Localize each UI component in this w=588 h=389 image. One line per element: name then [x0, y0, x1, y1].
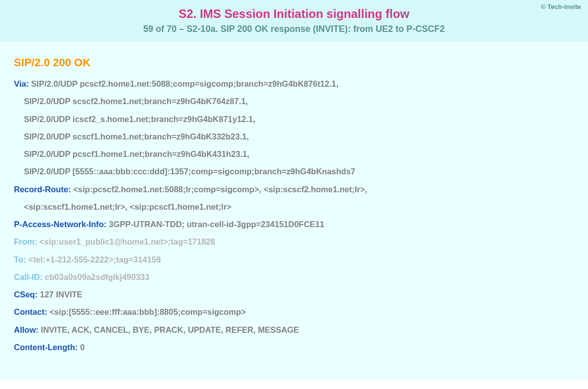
via-continuation-6: SIP/2.0/UDP [5555::aaa:bbb:ccc:ddd]:1357… — [14, 166, 574, 177]
sip-status-line: SIP/2.0 200 OK — [14, 56, 574, 69]
from-value: <sip:user1_public1@home1.net>;tag=171828 — [39, 237, 215, 246]
via-value-5: SIP/2.0/UDP pcscf1.home1.net;branch=z9hG… — [24, 149, 249, 158]
copyright-text: © Tech-invite — [541, 3, 581, 10]
record-route-value-1: <sip:pcscf2.home1.net:5088;lr;comp=sigco… — [73, 185, 367, 194]
from-header-line: From: <sip:user1_public1@home1.net>;tag=… — [14, 236, 574, 247]
via-continuation-4: SIP/2.0/UDP scscf1.home1.net;branch=z9hG… — [14, 131, 574, 142]
via-value-1: SIP/2.0/UDP pcscf2.home1.net:5088;comp=s… — [31, 79, 339, 88]
cseq-header-line: CSeq: 127 INVITE — [14, 289, 574, 300]
call-id-header-line: Call-ID: cb03a0s09a2sdfglkj490333 — [14, 271, 574, 282]
allow-value: INVITE, ACK, CANCEL, BYE, PRACK, UPDATE,… — [41, 325, 299, 334]
to-header-line: To: <tel:+1-212-555-2222>;tag=314159 — [14, 254, 574, 265]
allow-header-line: Allow: INVITE, ACK, CANCEL, BYE, PRACK, … — [14, 324, 574, 335]
p-access-network-info-value: 3GPP-UTRAN-TDD; utran-cell-id-3gpp=23415… — [109, 220, 324, 229]
page-title: S2. IMS Session Initiation signalling fl… — [10, 7, 578, 21]
to-value: <tel:+1-212-555-2222>;tag=314159 — [28, 255, 161, 264]
via-value-3: SIP/2.0/UDP icscf2_s.home1.net;branch=z9… — [24, 115, 255, 124]
contact-label: Contact — [14, 307, 44, 316]
via-continuation-3: SIP/2.0/UDP icscf2_s.home1.net;branch=z9… — [14, 114, 574, 125]
record-route-label: Record-Route — [14, 185, 68, 194]
sip-message-content: SIP/2.0 200 OK Via: SIP/2.0/UDP pcscf2.h… — [0, 41, 588, 380]
record-route-value-2: <sip:scscf1.home1.net;lr>, <sip:pcscf1.h… — [24, 202, 231, 211]
to-label: To — [14, 255, 23, 264]
via-header-line: Via: SIP/2.0/UDP pcscf2.home1.net:5088;c… — [14, 78, 574, 89]
contact-header-line: Contact: <sip:[5555::eee:fff:aaa:bbb]:88… — [14, 306, 574, 317]
header-banner: © Tech-invite S2. IMS Session Initiation… — [0, 0, 588, 41]
via-value-2: SIP/2.0/UDP scscf2.home1.net;branch=z9hG… — [24, 97, 248, 106]
contact-value: <sip:[5555::eee:fff:aaa:bbb]:8805;comp=s… — [50, 307, 246, 316]
via-value-6: SIP/2.0/UDP [5555::aaa:bbb:ccc:ddd]:1357… — [24, 167, 355, 176]
via-label: Via — [14, 79, 26, 88]
record-route-continuation: <sip:scscf1.home1.net;lr>, <sip:pcscf1.h… — [14, 201, 574, 212]
call-id-value: cb03a0s09a2sdfglkj490333 — [45, 272, 149, 281]
p-access-network-info-line: P-Access-Network-Info: 3GPP-UTRAN-TDD; u… — [14, 219, 574, 230]
call-id-label: Call-ID — [14, 272, 40, 281]
via-continuation-5: SIP/2.0/UDP pcscf1.home1.net;branch=z9hG… — [14, 148, 574, 159]
via-continuation-2: SIP/2.0/UDP scscf2.home1.net;branch=z9hG… — [14, 96, 574, 107]
cseq-value: 127 INVITE — [40, 290, 82, 299]
content-length-header-line: Content-Length: 0 — [14, 342, 574, 353]
cseq-label: CSeq — [14, 290, 35, 299]
record-route-header-line: Record-Route: <sip:pcscf2.home1.net:5088… — [14, 184, 574, 195]
from-label: From — [14, 237, 34, 246]
content-length-value: 0 — [80, 343, 85, 352]
page-subtitle: 59 of 70 – S2-10a. SIP 200 OK response (… — [10, 24, 578, 34]
allow-label: Allow — [14, 325, 36, 334]
content-length-label: Content-Length — [14, 343, 75, 352]
p-access-network-info-label: P-Access-Network-Info — [14, 220, 104, 229]
via-value-4: SIP/2.0/UDP scscf1.home1.net;branch=z9hG… — [24, 132, 249, 141]
